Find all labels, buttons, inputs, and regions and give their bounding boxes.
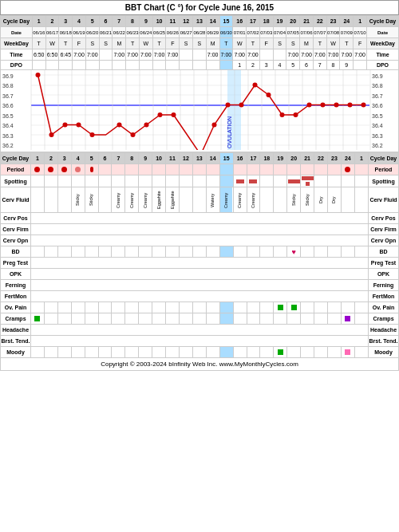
weekday-row: WeekDay T W T F S S M T W T F S S M T W … bbox=[1, 38, 399, 49]
ov-pain-row: Ov. Pain Ov. Pain bbox=[1, 302, 399, 313]
dpo-label-right: DPO bbox=[366, 61, 398, 70]
svg-point-67 bbox=[294, 112, 298, 117]
svg-point-64 bbox=[253, 83, 258, 88]
dpo-row: DPO 1 2 3 4 5 6 7 8 9 DPO bbox=[1, 61, 399, 70]
svg-point-56 bbox=[117, 123, 122, 128]
svg-text:36.2: 36.2 bbox=[2, 143, 14, 148]
cerv-fluid-label-right: Cerv Fluid bbox=[369, 187, 399, 213]
svg-text:36.2: 36.2 bbox=[372, 143, 383, 148]
cerv-fluid-label-left: Cerv Fluid bbox=[1, 187, 31, 213]
period-dot-3 bbox=[61, 167, 67, 172]
temp-dot-1 bbox=[36, 73, 41, 77]
bd-label-right: BD bbox=[369, 246, 399, 258]
moody-row: Moody Moody bbox=[1, 347, 399, 358]
heart-icon: ♥ bbox=[292, 248, 296, 256]
svg-point-61 bbox=[212, 123, 217, 128]
moody-indicator-24 bbox=[345, 349, 350, 355]
svg-point-71 bbox=[348, 103, 353, 108]
period-dot-1 bbox=[34, 167, 40, 172]
fertmon-label-left: FertMon bbox=[1, 291, 31, 302]
time-label-right: Time bbox=[366, 49, 398, 61]
cycle-day-label-left: Cycle Day bbox=[1, 16, 33, 27]
svg-point-60 bbox=[172, 112, 176, 117]
cramps-indicator-1 bbox=[34, 316, 40, 321]
preg-test-label-right: Preg Test bbox=[369, 258, 399, 269]
footer: Copyright © 2003-2024 bInfinity Web Inc.… bbox=[0, 358, 399, 371]
brst-tend-row: Brst. Tend. Brst. Tend. bbox=[1, 336, 399, 347]
ferning-label-right: Ferning bbox=[369, 280, 399, 291]
svg-point-59 bbox=[158, 112, 163, 117]
opk-label-right: OPK bbox=[369, 269, 399, 280]
cerv-firm-label-right: Cerv Firm bbox=[369, 224, 399, 235]
cerv-fluid-row: Cerv Fluid Sticky Sticky Creamy Creamy C… bbox=[1, 187, 399, 213]
ferning-row: Ferning Ferning bbox=[1, 280, 399, 291]
period-row: Period Period bbox=[1, 164, 399, 175]
svg-point-65 bbox=[267, 93, 271, 97]
svg-text:36.6: 36.6 bbox=[2, 103, 14, 108]
moody-label-right: Moody bbox=[369, 347, 399, 358]
svg-text:36.3: 36.3 bbox=[372, 133, 383, 139]
svg-text:36.9: 36.9 bbox=[372, 73, 383, 79]
cycle-day-header-row: Cycle Day 1 2 3 4 5 6 7 8 9 10 11 12 13 … bbox=[1, 16, 399, 27]
spotting-row: Spotting Spotting bbox=[1, 175, 399, 187]
cycle-day-bottom-label-left: Cycle Day bbox=[1, 153, 31, 164]
ferning-label-left: Ferning bbox=[1, 280, 31, 291]
ov-pain-indicator-20 bbox=[291, 305, 297, 310]
svg-text:36.3: 36.3 bbox=[2, 133, 14, 139]
cycle-day-label-right: Cycle Day bbox=[366, 16, 398, 27]
svg-text:36.6: 36.6 bbox=[372, 103, 383, 108]
weekday-label-left: WeekDay bbox=[1, 38, 33, 49]
cycle-day-bottom-row: Cycle Day 1 2 3 4 5 6 7 8 9 10 11 12 13 … bbox=[1, 153, 399, 164]
bottom-data-table: Cycle Day 1 2 3 4 5 6 7 8 9 10 11 12 13 … bbox=[0, 152, 399, 358]
svg-text:36.4: 36.4 bbox=[372, 123, 383, 128]
cramps-indicator-24 bbox=[345, 316, 350, 321]
brst-tend-label-left: Brst. Tend. bbox=[1, 336, 31, 347]
period-label-right: Period bbox=[369, 164, 399, 175]
time-row: Time 6:50 6:50 6:45 7:00 7:00 7:00 7:00 … bbox=[1, 49, 399, 61]
cramps-label-left: Cramps bbox=[1, 313, 31, 325]
bd-label-left: BD bbox=[1, 246, 31, 258]
ov-pain-label-left: Ov. Pain bbox=[1, 302, 31, 313]
cerv-firm-row: Cerv Firm Cerv Firm bbox=[1, 224, 399, 235]
headache-row: Headache Headache bbox=[1, 325, 399, 336]
time-label-left: Time bbox=[1, 49, 33, 61]
cerv-opn-label-right: Cerv Opn bbox=[369, 235, 399, 246]
svg-text:36.7: 36.7 bbox=[372, 93, 383, 99]
moody-label-left: Moody bbox=[1, 347, 31, 358]
svg-point-68 bbox=[307, 103, 312, 108]
svg-point-62 bbox=[226, 103, 231, 108]
weekday-label-right: WeekDay bbox=[366, 38, 398, 49]
svg-text:36.4: 36.4 bbox=[2, 123, 14, 128]
spotting-label-right: Spotting bbox=[369, 175, 399, 187]
svg-point-69 bbox=[321, 103, 326, 108]
svg-text:36.8: 36.8 bbox=[2, 83, 14, 89]
period-dot-24 bbox=[345, 167, 350, 172]
cerv-opn-row: Cerv Opn Cerv Opn bbox=[1, 235, 399, 246]
bbt-chart: BBT Chart (C °) for Cycle June 16, 2015 … bbox=[0, 0, 399, 371]
headache-label-right: Headache bbox=[369, 325, 399, 336]
chart-title: BBT Chart (C °) for Cycle June 16, 2015 bbox=[0, 0, 399, 15]
period-dot-2 bbox=[48, 167, 53, 172]
cerv-pos-label-left: Cerv Pos bbox=[1, 213, 31, 224]
opk-row: OPK OPK bbox=[1, 269, 399, 280]
svg-text:OVULATION: OVULATION bbox=[227, 116, 232, 148]
svg-point-72 bbox=[361, 103, 366, 108]
period-label-left: Period bbox=[1, 164, 31, 175]
opk-label-left: OPK bbox=[1, 269, 31, 280]
svg-text:36.7: 36.7 bbox=[2, 93, 14, 99]
spotting-label-left: Spotting bbox=[1, 175, 31, 187]
svg-text:36.9: 36.9 bbox=[2, 73, 14, 79]
svg-point-53 bbox=[63, 123, 68, 128]
svg-point-55 bbox=[90, 132, 95, 137]
bbt-graph: 36.9 36.8 36.7 36.6 36.5 36.4 36.3 36.2 … bbox=[0, 70, 399, 152]
cramps-row: Cramps Cramps bbox=[1, 313, 399, 325]
cycle-day-bottom-label-right: Cycle Day bbox=[369, 153, 399, 164]
dpo-label-left: DPO bbox=[1, 61, 33, 70]
fertmon-row: FertMon FertMon bbox=[1, 291, 399, 302]
ov-pain-label-right: Ov. Pain bbox=[369, 302, 399, 313]
svg-point-58 bbox=[144, 123, 149, 128]
svg-text:36.5: 36.5 bbox=[2, 113, 14, 119]
date-label-left: Date bbox=[1, 27, 33, 38]
svg-point-54 bbox=[77, 123, 81, 128]
svg-point-52 bbox=[49, 132, 54, 137]
